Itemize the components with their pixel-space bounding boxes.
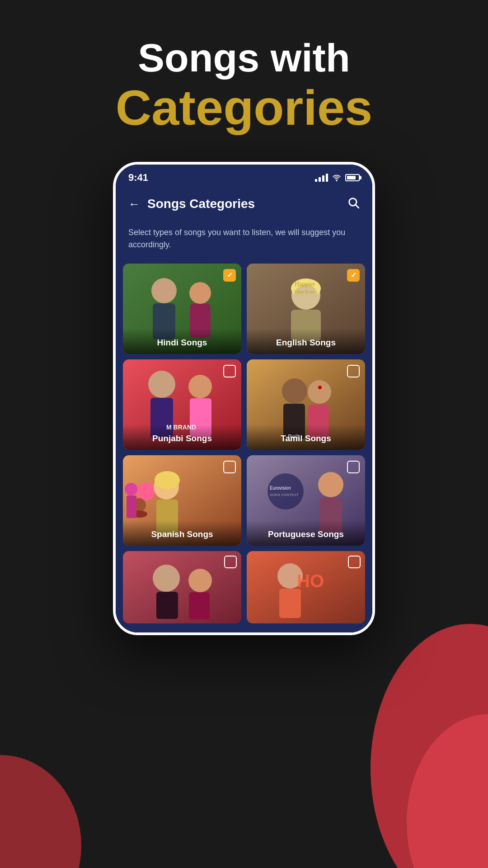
checkbox-punjabi[interactable]: [223, 365, 236, 377]
svg-point-6: [151, 278, 177, 303]
checkbox-spanish[interactable]: [223, 461, 236, 473]
svg-point-33: [155, 471, 180, 489]
category-label-portuguese: Portuguese Songs: [253, 529, 359, 539]
svg-point-25: [308, 380, 331, 404]
category-label-tamil: Tamil Songs: [253, 434, 359, 443]
svg-point-37: [125, 483, 137, 495]
svg-rect-49: [189, 592, 210, 619]
subtitle-text: Select types of songs you want to listen…: [116, 219, 372, 260]
svg-rect-38: [127, 495, 136, 518]
svg-rect-52: [279, 589, 301, 618]
category-card-spanish[interactable]: Spanish Songs: [123, 455, 241, 546]
svg-point-43: [318, 472, 343, 497]
hero-line2: Categories: [0, 80, 488, 135]
search-button[interactable]: [347, 196, 360, 212]
svg-rect-45: [123, 551, 241, 623]
svg-text:Than Ever: Than Ever: [294, 289, 314, 294]
checkbox-portuguese[interactable]: [347, 461, 360, 473]
battery-icon: [345, 174, 360, 181]
category-card-hindi[interactable]: ✓ Hindi Songs: [123, 264, 241, 354]
svg-rect-48: [156, 592, 178, 619]
svg-point-47: [188, 569, 212, 592]
category-card-tamil[interactable]: Poli Tamil Songs: [247, 359, 365, 450]
checkbox-hindi[interactable]: ✓: [223, 269, 236, 282]
checkbox-tamil[interactable]: [347, 365, 360, 377]
svg-text:HO: HO: [297, 571, 324, 591]
phone-mockup: 9:41 ← Songs Categories: [0, 162, 488, 635]
svg-point-31: [137, 482, 155, 500]
category-card-english[interactable]: Happier Than Ever ✓ English Songs: [247, 264, 365, 354]
hero-section: Songs with Categories: [0, 0, 488, 162]
checkbox-english[interactable]: ✓: [347, 269, 360, 282]
category-card-punjabi[interactable]: M BRAND Punjabi Songs: [123, 359, 241, 450]
svg-text:SONG CONTEST: SONG CONTEST: [270, 493, 299, 497]
category-card-portuguese[interactable]: Eurovision SONG CONTEST Portuguese Songs: [247, 455, 365, 546]
back-button[interactable]: ←: [128, 197, 140, 211]
svg-point-20: [188, 375, 212, 398]
page-title: Songs Categories: [147, 197, 255, 211]
svg-line-4: [356, 205, 358, 208]
phone-frame: 9:41 ← Songs Categories: [113, 162, 375, 635]
svg-point-28: [318, 386, 322, 389]
wifi-icon: [332, 174, 342, 181]
checkbox-row7left[interactable]: [224, 556, 237, 568]
svg-text:Eurovision: Eurovision: [270, 486, 291, 491]
category-card-row7right[interactable]: HO: [247, 551, 365, 623]
svg-point-24: [282, 378, 307, 404]
svg-point-40: [267, 473, 304, 509]
status-time: 9:41: [128, 172, 148, 184]
svg-point-2: [0, 755, 81, 868]
category-label-hindi: Hindi Songs: [129, 338, 235, 348]
svg-point-46: [153, 565, 180, 592]
category-label-spanish: Spanish Songs: [129, 529, 235, 539]
svg-point-14: [294, 284, 318, 308]
signal-icon: [315, 174, 328, 182]
status-icons: [315, 174, 360, 182]
category-card-row7left[interactable]: [123, 551, 241, 623]
svg-point-8: [189, 282, 211, 304]
header-left: ← Songs Categories: [128, 197, 255, 211]
category-label-english: English Songs: [253, 338, 359, 348]
hero-line1: Songs with: [0, 36, 488, 80]
svg-point-18: [148, 371, 175, 398]
checkbox-row7right[interactable]: [348, 556, 361, 568]
category-label-punjabi: Punjabi Songs: [129, 434, 235, 443]
status-bar: 9:41: [116, 165, 372, 187]
svg-text:Happier: Happier: [295, 281, 315, 288]
categories-grid: ✓ Hindi Songs: [116, 260, 372, 632]
app-header: ← Songs Categories: [116, 187, 372, 219]
